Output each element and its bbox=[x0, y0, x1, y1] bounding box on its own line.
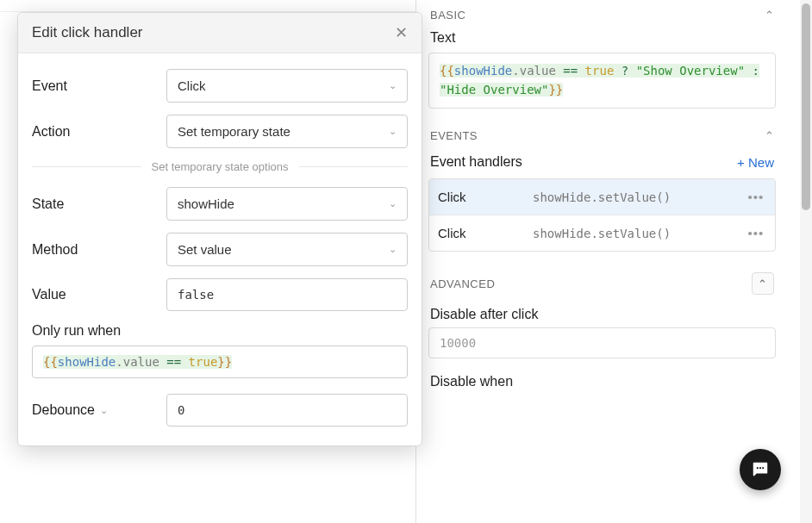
inspector-panel: BASIC ⌃ Text {{showHide.value == true ? … bbox=[415, 0, 788, 523]
more-dots-icon[interactable]: ••• bbox=[746, 226, 766, 240]
options-divider: Set temporary state options bbox=[32, 160, 408, 173]
text-expression-input[interactable]: {{showHide.value == true ? "Show Overvie… bbox=[428, 53, 776, 109]
modal-title: Edit click handler bbox=[32, 24, 143, 41]
section-basic-header[interactable]: BASIC ⌃ bbox=[416, 0, 788, 28]
value-input[interactable]: false bbox=[166, 278, 408, 311]
close-icon[interactable]: ✕ bbox=[395, 23, 408, 42]
chevron-down-icon: ⌄ bbox=[389, 244, 397, 255]
action-select[interactable]: Set temporary state ⌄ bbox=[166, 115, 408, 148]
state-select[interactable]: showHide ⌄ bbox=[166, 187, 408, 221]
field-label-action: Action bbox=[32, 124, 166, 140]
event-handlers-table: Click showHide.setValue() ••• Click show… bbox=[428, 178, 776, 252]
field-label-disable-when: Disable when bbox=[416, 369, 788, 395]
handler-row[interactable]: Click showHide.setValue() ••• bbox=[429, 215, 775, 251]
input-value: false bbox=[178, 288, 214, 302]
more-dots-icon[interactable]: ••• bbox=[746, 190, 766, 204]
field-label-value: Value bbox=[32, 287, 166, 302]
chevron-down-icon: ⌄ bbox=[389, 198, 397, 209]
handler-action: showHide.setValue() bbox=[533, 227, 746, 240]
select-value: Set temporary state bbox=[178, 124, 290, 139]
help-button[interactable] bbox=[740, 449, 781, 490]
chevron-down-icon: ⌄ bbox=[389, 126, 397, 137]
section-advanced-header[interactable]: ADVANCED ⌃ bbox=[416, 264, 788, 302]
field-label-debounce: Debounce bbox=[32, 402, 95, 418]
field-label-state: State bbox=[32, 196, 166, 212]
section-heading: BASIC bbox=[430, 9, 466, 22]
event-select[interactable]: Click ⌄ bbox=[166, 69, 408, 103]
field-label-run-when: Only run when bbox=[32, 323, 408, 339]
svg-point-1 bbox=[757, 467, 759, 469]
disable-after-input[interactable]: 10000 bbox=[428, 327, 776, 358]
debounce-input[interactable]: 0 bbox=[166, 394, 408, 426]
section-heading: ADVANCED bbox=[430, 277, 495, 290]
event-handlers-label: Event handlers bbox=[430, 154, 522, 170]
chevron-down-icon[interactable]: ⌄ bbox=[100, 405, 108, 416]
section-heading: EVENTS bbox=[430, 129, 478, 142]
chat-icon bbox=[751, 460, 770, 479]
field-label-method: Method bbox=[32, 242, 166, 258]
field-label-disable-after: Disable after click bbox=[416, 302, 788, 327]
select-value: showHide bbox=[178, 196, 234, 211]
handler-row[interactable]: Click showHide.setValue() ••• bbox=[429, 179, 775, 215]
svg-point-2 bbox=[762, 467, 764, 469]
run-when-input[interactable]: {{showHide.value == true}} bbox=[32, 346, 408, 378]
chevron-down-icon: ⌄ bbox=[389, 80, 397, 91]
handler-event: Click bbox=[438, 226, 533, 240]
scrollbar-thumb[interactable] bbox=[802, 3, 810, 210]
handler-action: showHide.setValue() bbox=[533, 190, 746, 204]
chevron-up-icon: ⌃ bbox=[765, 129, 775, 142]
select-value: Click bbox=[178, 78, 206, 93]
scrollbar[interactable] bbox=[800, 0, 812, 523]
handler-event: Click bbox=[438, 190, 533, 204]
method-select[interactable]: Set value ⌄ bbox=[166, 233, 408, 266]
select-value: Set value bbox=[178, 242, 232, 257]
svg-point-0 bbox=[759, 467, 761, 469]
field-label-event: Event bbox=[32, 78, 166, 94]
chevron-up-icon: ⌃ bbox=[765, 9, 775, 22]
edit-handler-modal: Edit click handler ✕ Event Click ⌄ Actio… bbox=[17, 12, 422, 446]
input-value: 0 bbox=[178, 403, 184, 417]
field-label-text: Text bbox=[416, 28, 788, 53]
chevron-up-icon[interactable]: ⌃ bbox=[752, 272, 774, 295]
section-events-header[interactable]: EVENTS ⌃ bbox=[416, 121, 788, 149]
new-handler-link[interactable]: + New bbox=[737, 155, 774, 170]
